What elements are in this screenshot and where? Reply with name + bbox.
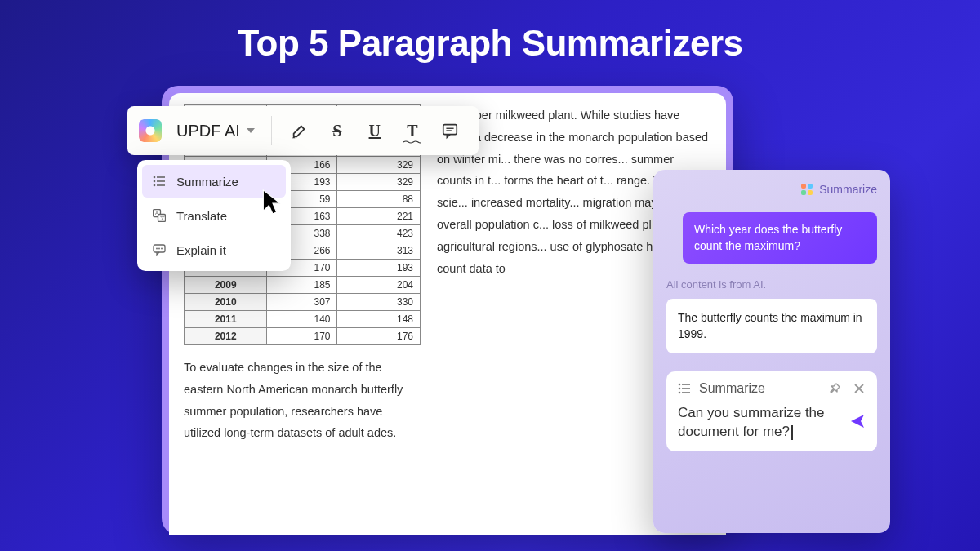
close-icon[interactable]	[853, 382, 866, 395]
toolbar-divider	[271, 116, 272, 145]
translate-icon: A文	[152, 208, 167, 223]
svg-rect-8	[157, 184, 165, 186]
ai-disclaimer: All content is from AI.	[666, 278, 877, 291]
chat-title: Summarize	[819, 183, 877, 196]
input-mode-selector[interactable]: Summarize	[678, 381, 765, 396]
text-tool-icon[interactable]: T	[401, 119, 424, 142]
svg-rect-0	[443, 125, 457, 135]
updf-ai-dropdown[interactable]: UPDF AI	[176, 122, 255, 140]
ai-toolbar: UPDF AI S U T	[127, 106, 479, 155]
svg-point-17	[679, 384, 681, 386]
svg-point-19	[679, 388, 681, 390]
ai-message: The butterfly counts the maximum in 1999…	[666, 299, 877, 353]
list-icon	[152, 174, 167, 189]
pin-icon[interactable]	[828, 382, 841, 395]
page-headline: Top 5 Paragraph Summarizers	[0, 0, 980, 64]
updf-logo-icon	[139, 119, 162, 142]
chat-input-card: Summarize Can you summarize the document…	[666, 371, 877, 451]
table-row: 2009185204	[185, 277, 421, 294]
strikethrough-icon[interactable]: S	[326, 119, 349, 142]
updf-brand-label: UPDF AI	[176, 122, 240, 140]
text-cursor	[791, 425, 793, 440]
svg-rect-22	[682, 393, 690, 394]
svg-point-14	[156, 248, 158, 250]
svg-point-3	[154, 176, 156, 179]
chat-header: Summarize	[666, 183, 877, 196]
svg-point-5	[154, 180, 156, 183]
left-paragraph: To evaluate changes in the size of the e…	[184, 357, 421, 444]
table-row: 2010307330	[185, 294, 421, 311]
summarize-chat-panel: Summarize Which year does the butterfly …	[653, 170, 890, 533]
chat-bubble-icon	[152, 242, 167, 257]
svg-rect-20	[682, 389, 690, 390]
send-button[interactable]	[849, 413, 866, 433]
svg-text:文: 文	[160, 215, 165, 220]
chevron-down-icon	[247, 128, 255, 133]
user-message: Which year does the butterfly count the …	[683, 212, 877, 264]
svg-rect-6	[157, 180, 165, 182]
underline-icon[interactable]: U	[363, 119, 386, 142]
input-mode-label: Summarize	[699, 381, 765, 396]
chat-input[interactable]: Can you summarize the document for me?	[678, 404, 841, 442]
dropdown-item-explain[interactable]: Explain it	[142, 233, 286, 266]
cursor-icon	[261, 188, 284, 217]
highlighter-icon[interactable]	[288, 119, 311, 142]
svg-text:A: A	[155, 211, 158, 216]
dropdown-label: Explain it	[176, 243, 226, 257]
dropdown-label: Translate	[176, 209, 227, 223]
svg-point-21	[679, 392, 681, 394]
svg-rect-18	[682, 384, 690, 386]
dropdown-label: Summarize	[176, 175, 238, 189]
svg-rect-4	[157, 176, 165, 178]
svg-point-7	[154, 184, 156, 187]
table-row: 2011140148	[185, 311, 421, 328]
chat-logo-icon	[801, 184, 813, 195]
svg-point-16	[161, 248, 163, 250]
comment-icon[interactable]	[439, 119, 461, 142]
svg-point-15	[158, 248, 160, 250]
table-row: 2012170176	[185, 328, 421, 345]
